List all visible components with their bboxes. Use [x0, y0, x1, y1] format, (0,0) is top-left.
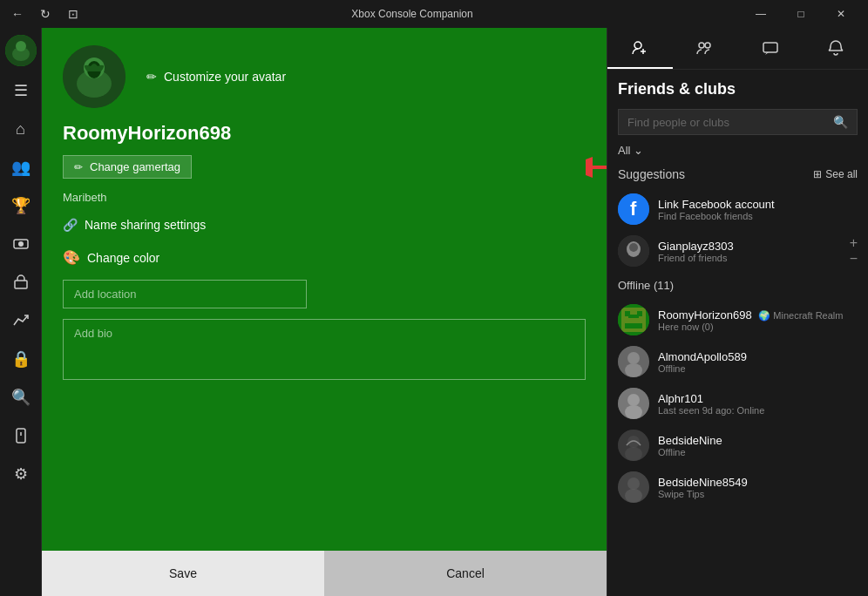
profile-area: ✏ Customize your avatar RoomyHorizon698 …	[42, 28, 607, 551]
sidebar-item-gamepass[interactable]	[3, 227, 38, 261]
sidebar-item-search[interactable]: 🔍	[3, 380, 38, 415]
location-input[interactable]	[63, 280, 307, 308]
svg-point-33	[627, 394, 640, 406]
color-icon: 🎨	[63, 249, 80, 266]
sidebar-item-remote[interactable]	[3, 418, 38, 453]
svg-point-34	[625, 405, 642, 419]
sidebar-item-store[interactable]	[3, 265, 38, 300]
minimize-button[interactable]: —	[741, 0, 781, 28]
facebook-avatar: f	[618, 193, 649, 225]
bedsidenine8549-name: BedsideNine8549	[658, 476, 858, 489]
almondapollo-status: Offline	[658, 363, 858, 374]
bedsidenine8549-avatar	[618, 471, 649, 503]
sidebar: ☰ ⌂ 👥 🏆 🔒 🔍	[0, 28, 42, 596]
filter-row: All ⌄	[618, 144, 858, 157]
requests-tab-icon	[696, 39, 714, 57]
friends-title: Friends & clubs	[618, 80, 858, 98]
almondapollo-info: AlmondApollo589 Offline	[658, 350, 858, 374]
sidebar-item-achievements[interactable]: 🏆	[3, 188, 38, 223]
suggestions-title: Suggestions	[618, 167, 685, 181]
suggestion-gianplayz[interactable]: Gianplayz8303 Friend of friends + −	[618, 230, 858, 272]
real-name-display: Maribeth	[63, 191, 586, 204]
search-bar: 🔍	[618, 109, 858, 135]
svg-text:f: f	[630, 198, 637, 220]
link-icon: 🔗	[63, 218, 78, 232]
facebook-status: Find Facebook friends	[658, 211, 858, 221]
sidebar-item-trending[interactable]	[3, 303, 38, 338]
gamertag-display: RoomyHorizon698	[63, 122, 586, 145]
svg-point-31	[625, 363, 642, 377]
search-input[interactable]	[627, 116, 833, 129]
suggestion-facebook[interactable]: f Link Facebook account Find Facebook fr…	[618, 188, 858, 230]
svg-rect-17	[763, 43, 777, 52]
change-gamertag-button[interactable]: ✏ Change gamertag	[63, 155, 192, 179]
offline-friend-alphr101[interactable]: Alphr101 Last seen 9d ago: Online	[618, 383, 858, 424]
customize-label: Customize your avatar	[164, 70, 286, 84]
facebook-info: Link Facebook account Find Facebook frie…	[658, 198, 858, 221]
facebook-name: Link Facebook account	[658, 198, 858, 211]
bio-input[interactable]	[63, 319, 586, 380]
titlebar-nav: ← ↻ ⊡	[7, 3, 84, 24]
roomyhorizon-info: RoomyHorizon698 🌍 Minecraft Realm Here n…	[658, 308, 858, 332]
remove-suggestion-button[interactable]: −	[850, 252, 858, 266]
maximize-button[interactable]: □	[781, 0, 821, 28]
almondapollo-avatar-svg	[618, 346, 649, 377]
roomyhorizon-avatar	[618, 304, 649, 335]
alphr101-avatar-svg	[618, 388, 649, 419]
filter-dropdown[interactable]: All ⌄	[618, 144, 643, 157]
right-panel: Friends & clubs 🔍 All ⌄ Suggestions ⊞ Se…	[607, 28, 868, 596]
tab-friends[interactable]	[607, 28, 673, 69]
customize-avatar-button[interactable]: ✏ Customize your avatar	[139, 66, 293, 87]
close-button[interactable]: ✕	[821, 0, 861, 28]
right-tabs	[607, 28, 868, 70]
remote-icon	[12, 427, 30, 444]
search-icon: 🔍	[833, 115, 848, 129]
app-title: Xbox Console Companion	[84, 8, 741, 20]
sidebar-item-social[interactable]: 👥	[3, 150, 38, 185]
see-all-label: See all	[825, 168, 858, 180]
bedsidenine-avatar	[618, 430, 649, 461]
sidebar-item-clubs[interactable]: 🔒	[3, 342, 38, 376]
save-button[interactable]: Save	[42, 551, 324, 596]
roomyhorizon-name: RoomyHorizon698 🌍 Minecraft Realm	[658, 308, 858, 322]
user-avatar-small[interactable]	[5, 35, 37, 66]
gianplayz-status: Friend of friends	[658, 253, 841, 263]
svg-point-22	[629, 243, 638, 252]
offline-friend-almondapollo[interactable]: AlmondApollo589 Offline	[618, 341, 858, 383]
alphr101-info: Alphr101 Last seen 9d ago: Online	[658, 392, 858, 416]
pencil-icon: ✏	[146, 70, 157, 84]
minmax-button[interactable]: ⊡	[63, 3, 84, 24]
offline-friend-bedsidenine8549[interactable]: BedsideNine8549 Swipe Tips	[618, 466, 858, 508]
add-friend-button[interactable]: +	[850, 236, 858, 250]
back-button[interactable]: ←	[7, 3, 28, 24]
facebook-logo: f	[618, 193, 649, 225]
profile-avatar[interactable]	[63, 45, 125, 108]
change-gamertag-label: Change gamertag	[90, 160, 180, 173]
grid-icon: ⊞	[813, 168, 822, 180]
bedsidenine-info: BedsideNine Offline	[658, 434, 858, 457]
bedsidenine-avatar-svg	[618, 430, 649, 461]
bedsidenine-status: Offline	[658, 447, 858, 457]
tab-notifications[interactable]	[803, 28, 868, 69]
suggestions-header: Suggestions ⊞ See all	[618, 167, 858, 181]
change-color-label: Change color	[87, 251, 159, 265]
refresh-button[interactable]: ↻	[35, 3, 56, 24]
name-sharing-button[interactable]: 🔗 Name sharing settings	[63, 214, 586, 235]
svg-point-30	[627, 352, 640, 364]
see-all-button[interactable]: ⊞ See all	[813, 168, 858, 180]
sidebar-item-menu[interactable]: ☰	[3, 73, 38, 108]
tab-requests[interactable]	[673, 28, 738, 69]
svg-point-16	[705, 43, 710, 48]
sidebar-item-settings[interactable]: ⚙	[3, 457, 38, 491]
offline-friend-bedsidenine[interactable]: BedsideNine Offline	[618, 424, 858, 466]
offline-friend-roomyhorizon[interactable]: RoomyHorizon698 🌍 Minecraft Realm Here n…	[618, 299, 858, 341]
alphr101-status: Last seen 9d ago: Online	[658, 405, 858, 416]
pencil-icon-2: ✏	[74, 161, 83, 173]
change-gamertag-container: ✏ Change gamertag	[63, 155, 586, 179]
tab-messages[interactable]	[738, 28, 804, 69]
cancel-button[interactable]: Cancel	[324, 551, 607, 596]
change-color-button[interactable]: 🎨 Change color	[63, 246, 586, 269]
messages-tab-icon	[762, 39, 779, 57]
sidebar-item-home[interactable]: ⌂	[3, 112, 38, 146]
avatar-svg	[63, 45, 125, 108]
